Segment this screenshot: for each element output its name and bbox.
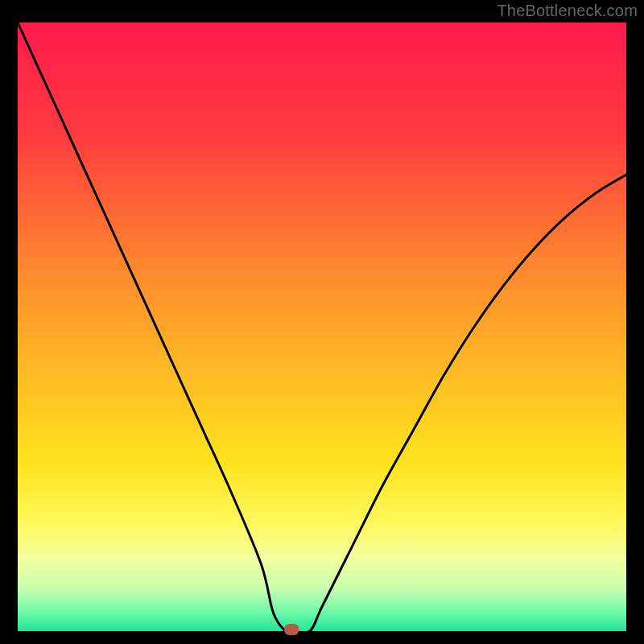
chart-frame: TheBottleneck.com	[0, 0, 644, 644]
watermark-text: TheBottleneck.com	[497, 2, 638, 20]
optimal-marker	[284, 624, 299, 635]
plot-background	[18, 23, 626, 631]
bottleneck-chart	[0, 0, 644, 644]
